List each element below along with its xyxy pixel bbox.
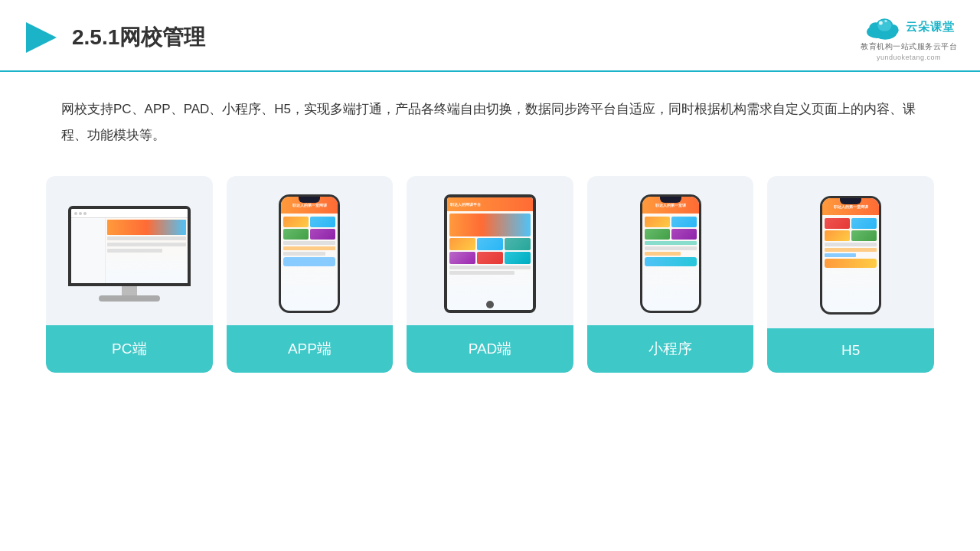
mini-image-area: 职达人的第一堂课 [587,176,754,325]
pad-grid-4 [449,252,475,264]
page-title: 2.5.1网校管理 [72,23,205,52]
mini-grid-2 [671,217,697,227]
h5-grid-3 [825,230,850,241]
pc-screen-content [71,209,188,283]
mini-grid-1 [645,217,670,227]
pad-tablet-mockup: 职达人的网课平台 [444,194,536,313]
pc-stand-base [99,295,160,302]
app-row-3 [283,252,325,256]
pad-banner [449,214,531,236]
h5-row-1 [825,243,877,246]
app-grid-2 [310,217,335,227]
svg-point-7 [879,21,883,25]
pad-grid-6 [505,252,531,264]
mini-label: 小程序 [587,325,754,373]
app-phone-mockup: 职达人的第一堂网课 [279,194,340,313]
pad-grid-5 [477,252,503,264]
pc-row-1 [107,236,185,240]
pad-grid-2 [477,238,503,250]
pc-row-3 [107,249,162,253]
h5-phone-notch [840,198,861,204]
mini-grid [645,217,697,240]
pad-grid-1 [449,238,475,250]
card-pc: PC端 [46,176,213,373]
cloud-icon [863,14,901,40]
app-grid [283,217,335,240]
pc-row-2 [107,243,185,246]
pc-dot-1 [74,212,77,215]
pad-screen: 职达人的网课平台 [447,197,533,310]
h5-image-area: 职达人的第一堂网课 [767,176,934,328]
pc-main-area [106,218,187,283]
h5-grid-1 [825,218,850,229]
pc-stand-neck [122,286,137,295]
mini-row-2 [645,246,697,250]
app-image-area: 职达人的第一堂网课 [227,176,394,325]
app-grid-4 [310,229,335,240]
app-grid-3 [283,229,309,240]
svg-marker-0 [26,22,57,53]
logo-url: yunduoketang.com [877,54,941,61]
app-phone-screen: 职达人的第一堂网课 [281,197,338,311]
header-left: 2.5.1网校管理 [23,19,205,56]
h5-content [822,215,879,312]
card-app: 职达人的第一堂网课 [227,176,394,373]
app-row-4 [283,257,335,266]
app-row-2 [283,246,335,250]
logo-name: 云朵课堂 [906,20,955,34]
pc-banner [107,220,185,235]
cards-container: PC端 职达人的第一堂网课 [0,161,980,388]
play-icon [23,19,60,56]
mini-content [642,214,699,311]
pad-image-area: 职达人的网课平台 [407,176,573,325]
mini-row-1 [645,241,697,245]
pad-row-1 [449,266,531,269]
pc-dot-3 [83,212,87,215]
h5-row-4 [825,259,877,268]
mini-phone-mockup: 职达人的第一堂课 [640,194,701,313]
app-content [281,214,338,311]
pad-label: PAD端 [407,325,573,373]
h5-grid-4 [851,230,877,241]
app-header-text: 职达人的第一堂网课 [292,203,327,207]
mini-grid-3 [645,229,670,240]
h5-row-2 [825,248,877,252]
logo-slogan: 教育机构一站式服务云平台 [861,41,957,52]
header: 2.5.1网校管理 云朵课堂 教育机构一站式服务云平台 yunduoketang… [0,0,980,72]
h5-phone-mockup: 职达人的第一堂网课 [820,196,881,315]
mini-phone-screen: 职达人的第一堂课 [642,197,699,311]
mini-header-text: 职达人的第一堂课 [655,203,686,207]
pad-row-2 [449,271,514,275]
mini-phone-notch [660,197,681,203]
h5-header-text: 职达人的第一堂网课 [834,204,868,209]
pc-sidebar [71,218,106,283]
pad-home-btn [486,301,494,308]
app-grid-1 [283,217,309,227]
card-mini: 职达人的第一堂课 [587,176,754,373]
h5-label: H5 [767,328,934,373]
app-label: APP端 [227,325,394,373]
pc-image-area [46,176,213,325]
pc-monitor [68,206,191,286]
h5-phone-screen: 职达人的第一堂网课 [822,198,879,312]
pad-header-text: 职达人的网课平台 [450,202,481,207]
card-h5: 职达人的第一堂网课 [767,176,934,373]
app-phone-notch [299,197,320,203]
pc-screen-topbar [71,209,188,218]
mini-row-4 [645,257,697,266]
description: 网校支持PC、APP、PAD、小程序、H5，实现多端打通，产品各终端自由切换，数… [0,72,980,161]
mini-row-3 [645,252,681,256]
pad-grid-3 [505,238,531,250]
pad-grid [449,238,531,264]
logo-cloud: 云朵课堂 [863,14,955,40]
h5-grid-2 [851,218,877,229]
h5-row-3 [825,253,856,257]
pc-mockup [68,206,191,302]
app-row-1 [283,241,335,245]
card-pad: 职达人的网课平台 [407,176,573,373]
pc-label: PC端 [46,325,213,373]
pc-dot-2 [79,212,82,215]
h5-grid [825,218,877,241]
pad-body [447,211,533,299]
svg-point-8 [884,20,887,22]
